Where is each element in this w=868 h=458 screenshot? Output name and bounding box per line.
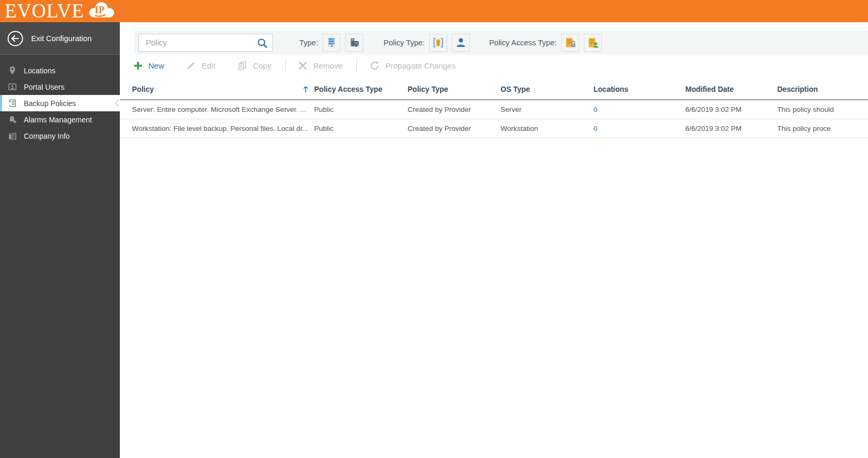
user-person-icon — [455, 37, 467, 49]
logo-ip-badge: IP — [95, 5, 105, 16]
locations-count-link[interactable]: 0 — [593, 125, 598, 132]
sidebar-item-company-info[interactable]: Company Info — [0, 128, 120, 144]
propagate-changes-button[interactable]: Propagate Changes — [370, 61, 456, 71]
copy-button-label: Copy — [253, 61, 271, 70]
filter-type-workstation-button[interactable] — [345, 34, 363, 52]
column-header-policy-access-type[interactable]: Policy Access Type — [314, 85, 408, 93]
policy-search-box — [138, 34, 273, 52]
policies-table: Policy Policy Access Type Policy Type OS… — [120, 79, 868, 138]
copy-button[interactable]: Copy — [238, 61, 271, 70]
sort-ascending-icon — [303, 85, 309, 93]
cell-os-type: Server — [501, 106, 593, 113]
search-icon[interactable] — [257, 37, 268, 51]
private-policy-lock-icon — [564, 37, 577, 49]
type-filter-label: Type: — [299, 39, 318, 47]
alarm-bell-gear-icon — [8, 115, 17, 124]
cell-policy: Workstation: File level backup. Personal… — [132, 125, 314, 132]
sidebar-item-backup-policies[interactable]: Backup Policies — [0, 95, 120, 111]
column-header-modified-date[interactable]: Modified Date — [685, 85, 777, 93]
company-building-icon — [8, 131, 17, 140]
back-arrow-icon — [7, 30, 24, 47]
sidebar-item-label: Company Info — [24, 132, 70, 140]
pencil-icon — [186, 61, 196, 70]
new-button-label: New — [148, 61, 164, 70]
policy-access-type-filter-label: Policy Access Type: — [489, 39, 556, 47]
exit-configuration-label: Exit Configuration — [31, 34, 91, 43]
table-header-row: Policy Policy Access Type Policy Type OS… — [120, 79, 868, 100]
cell-modified-date: 6/6/2019 3:02 PM — [685, 125, 777, 132]
filter-access-private-button[interactable] — [561, 34, 579, 52]
toolbar-divider — [285, 59, 286, 72]
sidebar-item-label: Portal Users — [24, 83, 64, 91]
plus-icon — [134, 61, 143, 70]
filter-policy-type-user-button[interactable] — [452, 34, 470, 52]
cell-policy-type: Created by Provider — [408, 106, 501, 113]
column-header-policy[interactable]: Policy — [132, 85, 314, 93]
selected-item-chevron-icon — [115, 99, 119, 109]
top-header-bar: EVOLVE IP — [0, 0, 868, 22]
policy-scroll-icon — [8, 99, 17, 108]
actions-toolbar: New Edit Copy — [120, 54, 868, 77]
sidebar-item-label: Locations — [24, 66, 55, 75]
column-header-locations[interactable]: Locations — [593, 85, 685, 93]
logo-cloud-icon: IP — [87, 1, 116, 21]
sidebar-nav: Locations Portal Users — [0, 62, 120, 144]
sidebar-item-alarms-management[interactable]: Alarms Management — [0, 111, 120, 128]
column-header-os-type[interactable]: OS Type — [501, 85, 593, 93]
sidebar-item-label: Backup Policies — [24, 99, 76, 108]
cell-os-type: Workstation — [501, 125, 593, 132]
table-row[interactable]: Server: Entire computer. Microsoft Excha… — [120, 100, 868, 119]
portal-user-card-icon — [8, 82, 17, 91]
search-input[interactable] — [139, 34, 272, 51]
toolbar-divider — [356, 59, 357, 72]
workstation-icon — [348, 37, 360, 49]
policy-type-filter-label: Policy Type: — [383, 39, 424, 47]
column-header-label: Policy — [132, 85, 154, 93]
filter-bar: Type: — [134, 31, 868, 54]
server-icon — [326, 37, 337, 49]
copy-icon — [238, 61, 247, 70]
sidebar-item-portal-users[interactable]: Portal Users — [0, 79, 120, 95]
exit-configuration-button[interactable]: Exit Configuration — [0, 22, 120, 55]
cell-description: This policy should — [777, 106, 868, 113]
remove-button[interactable]: Remove — [298, 61, 343, 70]
sidebar-item-label: Alarms Management — [24, 116, 92, 124]
filter-policy-type-provider-button[interactable] — [429, 34, 447, 52]
public-policy-person-icon — [587, 37, 599, 49]
locations-count-link[interactable]: 0 — [593, 106, 598, 113]
edit-button-label: Edit — [202, 61, 215, 70]
x-remove-icon — [298, 61, 307, 70]
propagate-changes-label: Propagate Changes — [385, 61, 456, 70]
column-header-policy-type[interactable]: Policy Type — [408, 85, 501, 93]
cell-description: This policy proce — [777, 125, 868, 132]
cell-policy-type: Created by Provider — [408, 125, 501, 132]
app-root: EVOLVE IP Exit Configurat — [0, 0, 868, 458]
refresh-cycle-icon — [370, 61, 380, 71]
new-button[interactable]: New — [134, 61, 164, 70]
evolveip-logo: EVOLVE IP — [5, 0, 116, 22]
cell-policy-access-type: Public — [314, 106, 408, 113]
edit-button[interactable]: Edit — [186, 61, 215, 70]
table-row[interactable]: Workstation: File level backup. Personal… — [120, 119, 868, 138]
column-header-description[interactable]: Description — [777, 85, 868, 93]
sidebar-item-locations[interactable]: Locations — [0, 62, 120, 79]
provider-policy-scroll-icon — [432, 37, 445, 49]
logo-text: EVOLVE — [5, 1, 84, 22]
filter-access-public-button[interactable] — [584, 34, 602, 52]
cell-policy: Server: Entire computer. Microsoft Excha… — [132, 106, 314, 113]
sidebar: Exit Configuration Locations Portal User… — [0, 22, 120, 458]
remove-button-label: Remove — [313, 61, 343, 70]
cell-modified-date: 6/6/2019 3:02 PM — [685, 106, 777, 113]
cell-policy-access-type: Public — [314, 125, 408, 132]
location-pin-icon — [8, 66, 17, 75]
filter-type-server-button[interactable] — [323, 34, 341, 52]
